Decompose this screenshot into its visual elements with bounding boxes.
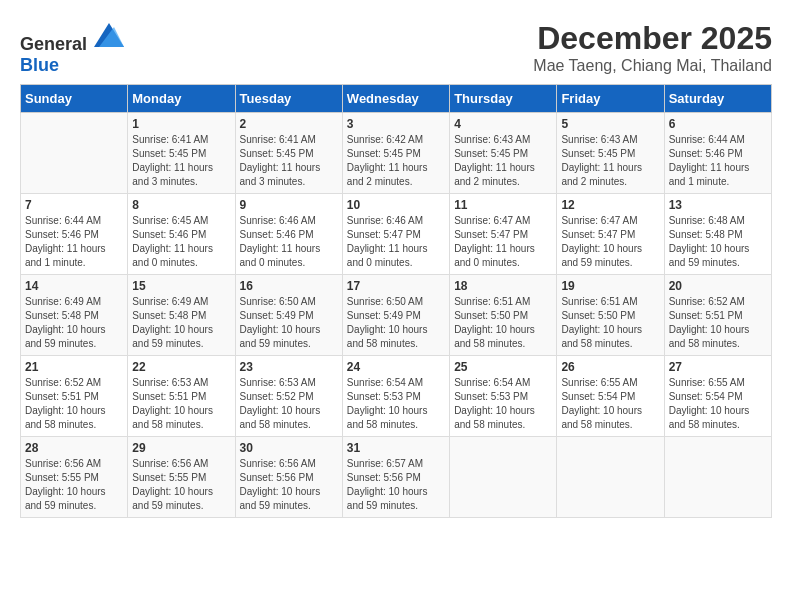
calendar-day-cell: 26Sunrise: 6:55 AMSunset: 5:54 PMDayligh…: [557, 356, 664, 437]
day-info: Sunset: 5:54 PM: [669, 390, 767, 404]
day-info: Sunrise: 6:49 AM: [25, 295, 123, 309]
day-info: Sunset: 5:48 PM: [132, 309, 230, 323]
day-number: 16: [240, 279, 338, 293]
day-info: Daylight: 10 hours and 58 minutes.: [347, 404, 445, 432]
day-info: Daylight: 11 hours and 1 minute.: [25, 242, 123, 270]
day-info: Sunrise: 6:56 AM: [240, 457, 338, 471]
day-info: Daylight: 10 hours and 59 minutes.: [561, 242, 659, 270]
day-info: Sunset: 5:46 PM: [669, 147, 767, 161]
day-info: Sunset: 5:54 PM: [561, 390, 659, 404]
day-info: Sunrise: 6:48 AM: [669, 214, 767, 228]
day-info: Daylight: 11 hours and 3 minutes.: [132, 161, 230, 189]
day-number: 11: [454, 198, 552, 212]
day-number: 22: [132, 360, 230, 374]
day-info: Daylight: 11 hours and 2 minutes.: [347, 161, 445, 189]
day-info: Sunset: 5:53 PM: [454, 390, 552, 404]
calendar-table: SundayMondayTuesdayWednesdayThursdayFrid…: [20, 84, 772, 518]
calendar-day-cell: [557, 437, 664, 518]
day-number: 8: [132, 198, 230, 212]
calendar-day-cell: 25Sunrise: 6:54 AMSunset: 5:53 PMDayligh…: [450, 356, 557, 437]
day-info: Sunrise: 6:52 AM: [669, 295, 767, 309]
calendar-header-cell: Friday: [557, 85, 664, 113]
day-info: Daylight: 10 hours and 58 minutes.: [347, 323, 445, 351]
day-info: Daylight: 11 hours and 1 minute.: [669, 161, 767, 189]
day-info: Sunset: 5:51 PM: [25, 390, 123, 404]
calendar-day-cell: 29Sunrise: 6:56 AMSunset: 5:55 PMDayligh…: [128, 437, 235, 518]
day-info: Daylight: 10 hours and 59 minutes.: [240, 323, 338, 351]
calendar-header-cell: Tuesday: [235, 85, 342, 113]
calendar-day-cell: 17Sunrise: 6:50 AMSunset: 5:49 PMDayligh…: [342, 275, 449, 356]
calendar-day-cell: 31Sunrise: 6:57 AMSunset: 5:56 PMDayligh…: [342, 437, 449, 518]
calendar-day-cell: 11Sunrise: 6:47 AMSunset: 5:47 PMDayligh…: [450, 194, 557, 275]
day-number: 26: [561, 360, 659, 374]
calendar-day-cell: [664, 437, 771, 518]
day-info: Sunset: 5:46 PM: [25, 228, 123, 242]
calendar-day-cell: 24Sunrise: 6:54 AMSunset: 5:53 PMDayligh…: [342, 356, 449, 437]
day-number: 29: [132, 441, 230, 455]
logo-blue: Blue: [20, 55, 59, 75]
calendar-day-cell: 7Sunrise: 6:44 AMSunset: 5:46 PMDaylight…: [21, 194, 128, 275]
calendar-day-cell: 14Sunrise: 6:49 AMSunset: 5:48 PMDayligh…: [21, 275, 128, 356]
calendar-header-row: SundayMondayTuesdayWednesdayThursdayFrid…: [21, 85, 772, 113]
logo-general: General: [20, 34, 87, 54]
day-info: Sunset: 5:47 PM: [454, 228, 552, 242]
day-info: Daylight: 10 hours and 59 minutes.: [25, 323, 123, 351]
day-number: 21: [25, 360, 123, 374]
day-info: Sunrise: 6:52 AM: [25, 376, 123, 390]
day-info: Sunrise: 6:47 AM: [561, 214, 659, 228]
day-info: Daylight: 11 hours and 0 minutes.: [454, 242, 552, 270]
day-info: Sunset: 5:47 PM: [347, 228, 445, 242]
day-info: Sunset: 5:45 PM: [454, 147, 552, 161]
calendar-header-cell: Thursday: [450, 85, 557, 113]
logo-icon: [94, 20, 124, 50]
calendar-week-row: 7Sunrise: 6:44 AMSunset: 5:46 PMDaylight…: [21, 194, 772, 275]
calendar-day-cell: [450, 437, 557, 518]
calendar-header-cell: Monday: [128, 85, 235, 113]
day-info: Daylight: 10 hours and 58 minutes.: [454, 404, 552, 432]
day-number: 25: [454, 360, 552, 374]
day-number: 15: [132, 279, 230, 293]
day-info: Sunrise: 6:49 AM: [132, 295, 230, 309]
day-info: Daylight: 11 hours and 3 minutes.: [240, 161, 338, 189]
day-info: Daylight: 11 hours and 2 minutes.: [561, 161, 659, 189]
day-number: 7: [25, 198, 123, 212]
day-info: Sunrise: 6:51 AM: [561, 295, 659, 309]
calendar-day-cell: 6Sunrise: 6:44 AMSunset: 5:46 PMDaylight…: [664, 113, 771, 194]
calendar-day-cell: 19Sunrise: 6:51 AMSunset: 5:50 PMDayligh…: [557, 275, 664, 356]
day-info: Sunrise: 6:55 AM: [669, 376, 767, 390]
day-info: Sunset: 5:50 PM: [561, 309, 659, 323]
day-info: Sunset: 5:52 PM: [240, 390, 338, 404]
day-info: Daylight: 10 hours and 59 minutes.: [347, 485, 445, 513]
day-info: Sunset: 5:55 PM: [25, 471, 123, 485]
day-info: Sunrise: 6:45 AM: [132, 214, 230, 228]
day-info: Sunset: 5:48 PM: [25, 309, 123, 323]
calendar-week-row: 1Sunrise: 6:41 AMSunset: 5:45 PMDaylight…: [21, 113, 772, 194]
day-info: Daylight: 10 hours and 59 minutes.: [669, 242, 767, 270]
day-number: 4: [454, 117, 552, 131]
day-number: 31: [347, 441, 445, 455]
day-info: Daylight: 10 hours and 58 minutes.: [454, 323, 552, 351]
day-number: 17: [347, 279, 445, 293]
day-info: Sunrise: 6:47 AM: [454, 214, 552, 228]
day-info: Sunset: 5:45 PM: [132, 147, 230, 161]
day-info: Sunrise: 6:50 AM: [240, 295, 338, 309]
day-info: Sunrise: 6:51 AM: [454, 295, 552, 309]
calendar-week-row: 28Sunrise: 6:56 AMSunset: 5:55 PMDayligh…: [21, 437, 772, 518]
calendar-day-cell: 20Sunrise: 6:52 AMSunset: 5:51 PMDayligh…: [664, 275, 771, 356]
day-info: Sunset: 5:55 PM: [132, 471, 230, 485]
day-info: Daylight: 11 hours and 0 minutes.: [132, 242, 230, 270]
calendar-week-row: 14Sunrise: 6:49 AMSunset: 5:48 PMDayligh…: [21, 275, 772, 356]
day-info: Sunset: 5:47 PM: [561, 228, 659, 242]
day-info: Sunrise: 6:42 AM: [347, 133, 445, 147]
calendar-day-cell: 30Sunrise: 6:56 AMSunset: 5:56 PMDayligh…: [235, 437, 342, 518]
day-info: Sunrise: 6:46 AM: [347, 214, 445, 228]
day-number: 14: [25, 279, 123, 293]
day-info: Daylight: 10 hours and 59 minutes.: [132, 485, 230, 513]
calendar-week-row: 21Sunrise: 6:52 AMSunset: 5:51 PMDayligh…: [21, 356, 772, 437]
day-info: Sunrise: 6:44 AM: [25, 214, 123, 228]
day-info: Daylight: 10 hours and 58 minutes.: [561, 323, 659, 351]
day-info: Sunset: 5:51 PM: [669, 309, 767, 323]
calendar-day-cell: 2Sunrise: 6:41 AMSunset: 5:45 PMDaylight…: [235, 113, 342, 194]
day-info: Sunset: 5:56 PM: [240, 471, 338, 485]
day-info: Sunset: 5:50 PM: [454, 309, 552, 323]
